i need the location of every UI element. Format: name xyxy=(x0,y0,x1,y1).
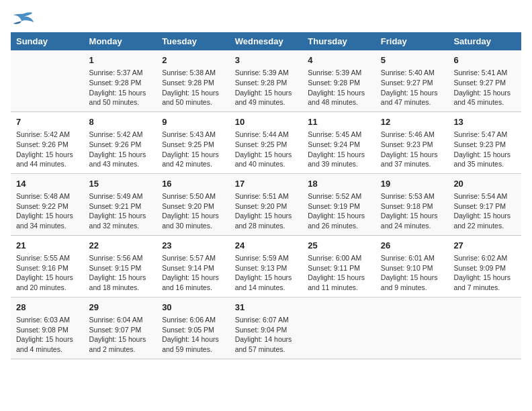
day-number: 17 xyxy=(235,178,298,190)
day-number: 27 xyxy=(453,240,516,252)
day-number: 13 xyxy=(453,116,516,128)
weekday-header-saturday: Saturday xyxy=(448,32,521,50)
calendar-cell: 15Sunrise: 5:49 AM Sunset: 9:21 PM Dayli… xyxy=(84,173,157,235)
day-number: 18 xyxy=(308,178,370,190)
logo-bird-icon xyxy=(11,11,35,25)
day-info: Sunrise: 5:49 AM Sunset: 9:21 PM Dayligh… xyxy=(89,191,152,231)
day-info: Sunrise: 5:52 AM Sunset: 9:19 PM Dayligh… xyxy=(308,191,370,231)
week-row-5: 28Sunrise: 6:03 AM Sunset: 9:08 PM Dayli… xyxy=(11,297,521,359)
calendar-cell: 17Sunrise: 5:51 AM Sunset: 9:20 PM Dayli… xyxy=(230,173,303,235)
calendar-cell: 10Sunrise: 5:44 AM Sunset: 9:25 PM Dayli… xyxy=(230,111,303,173)
calendar-cell: 12Sunrise: 5:46 AM Sunset: 9:23 PM Dayli… xyxy=(375,111,449,173)
calendar-cell: 20Sunrise: 5:54 AM Sunset: 9:17 PM Dayli… xyxy=(448,173,521,235)
day-number: 7 xyxy=(16,116,79,128)
day-number: 14 xyxy=(16,178,79,190)
day-number: 23 xyxy=(162,240,224,252)
day-info: Sunrise: 5:44 AM Sunset: 9:25 PM Dayligh… xyxy=(235,130,298,169)
calendar-cell: 3Sunrise: 5:39 AM Sunset: 9:28 PM Daylig… xyxy=(230,50,303,111)
calendar-cell: 21Sunrise: 5:55 AM Sunset: 9:16 PM Dayli… xyxy=(11,235,84,297)
day-number: 15 xyxy=(89,178,152,190)
day-number: 21 xyxy=(16,240,79,252)
day-number: 19 xyxy=(381,178,443,190)
calendar-cell: 8Sunrise: 5:42 AM Sunset: 9:26 PM Daylig… xyxy=(84,111,157,173)
day-number: 31 xyxy=(235,302,298,314)
calendar-cell: 25Sunrise: 6:00 AM Sunset: 9:11 PM Dayli… xyxy=(302,235,375,297)
calendar-cell: 13Sunrise: 5:47 AM Sunset: 9:23 PM Dayli… xyxy=(448,111,521,173)
calendar-cell xyxy=(448,297,521,359)
day-info: Sunrise: 5:45 AM Sunset: 9:24 PM Dayligh… xyxy=(308,130,370,169)
calendar-cell: 2Sunrise: 5:38 AM Sunset: 9:28 PM Daylig… xyxy=(157,50,230,111)
day-info: Sunrise: 5:50 AM Sunset: 9:20 PM Dayligh… xyxy=(162,191,224,231)
calendar-cell: 24Sunrise: 5:59 AM Sunset: 9:13 PM Dayli… xyxy=(230,235,303,297)
day-number: 12 xyxy=(381,116,443,128)
weekday-header-tuesday: Tuesday xyxy=(157,32,230,50)
day-number: 4 xyxy=(308,54,370,66)
calendar-cell: 4Sunrise: 5:39 AM Sunset: 9:28 PM Daylig… xyxy=(302,50,375,111)
calendar-cell: 18Sunrise: 5:52 AM Sunset: 9:19 PM Dayli… xyxy=(302,173,375,235)
day-info: Sunrise: 5:41 AM Sunset: 9:27 PM Dayligh… xyxy=(453,68,516,107)
day-number: 8 xyxy=(89,116,152,128)
day-info: Sunrise: 5:42 AM Sunset: 9:26 PM Dayligh… xyxy=(89,130,152,169)
day-info: Sunrise: 5:56 AM Sunset: 9:15 PM Dayligh… xyxy=(89,253,152,293)
weekday-header-row: SundayMondayTuesdayWednesdayThursdayFrid… xyxy=(11,32,521,50)
day-info: Sunrise: 6:06 AM Sunset: 9:05 PM Dayligh… xyxy=(162,315,224,355)
day-number: 9 xyxy=(162,116,224,128)
calendar-cell: 29Sunrise: 6:04 AM Sunset: 9:07 PM Dayli… xyxy=(84,297,157,359)
day-info: Sunrise: 5:54 AM Sunset: 9:17 PM Dayligh… xyxy=(453,191,516,231)
day-number: 25 xyxy=(308,240,370,252)
day-info: Sunrise: 6:01 AM Sunset: 9:10 PM Dayligh… xyxy=(381,253,443,293)
day-number: 3 xyxy=(235,54,298,66)
day-number: 11 xyxy=(308,116,370,128)
day-number: 29 xyxy=(89,302,152,314)
day-number: 1 xyxy=(89,54,152,66)
calendar-cell: 6Sunrise: 5:41 AM Sunset: 9:27 PM Daylig… xyxy=(448,50,521,111)
week-row-2: 7Sunrise: 5:42 AM Sunset: 9:26 PM Daylig… xyxy=(11,111,521,173)
day-number: 6 xyxy=(453,54,516,66)
calendar-cell xyxy=(302,297,375,359)
weekday-header-thursday: Thursday xyxy=(302,32,375,50)
calendar-cell: 1Sunrise: 5:37 AM Sunset: 9:28 PM Daylig… xyxy=(84,50,157,111)
calendar-cell: 30Sunrise: 6:06 AM Sunset: 9:05 PM Dayli… xyxy=(157,297,230,359)
day-info: Sunrise: 5:39 AM Sunset: 9:28 PM Dayligh… xyxy=(235,68,298,107)
day-info: Sunrise: 5:38 AM Sunset: 9:28 PM Dayligh… xyxy=(162,68,224,107)
day-info: Sunrise: 5:48 AM Sunset: 9:22 PM Dayligh… xyxy=(16,191,79,231)
calendar-cell: 28Sunrise: 6:03 AM Sunset: 9:08 PM Dayli… xyxy=(11,297,84,359)
weekday-header-sunday: Sunday xyxy=(11,32,84,50)
logo xyxy=(11,11,38,26)
calendar-cell: 5Sunrise: 5:40 AM Sunset: 9:27 PM Daylig… xyxy=(375,50,449,111)
day-info: Sunrise: 5:53 AM Sunset: 9:18 PM Dayligh… xyxy=(381,191,443,231)
day-info: Sunrise: 5:51 AM Sunset: 9:20 PM Dayligh… xyxy=(235,191,298,231)
week-row-1: 1Sunrise: 5:37 AM Sunset: 9:28 PM Daylig… xyxy=(11,50,521,111)
day-number: 20 xyxy=(453,178,516,190)
calendar-cell: 27Sunrise: 6:02 AM Sunset: 9:09 PM Dayli… xyxy=(448,235,521,297)
calendar-cell: 9Sunrise: 5:43 AM Sunset: 9:25 PM Daylig… xyxy=(157,111,230,173)
calendar-cell: 16Sunrise: 5:50 AM Sunset: 9:20 PM Dayli… xyxy=(157,173,230,235)
day-number: 30 xyxy=(162,302,224,314)
day-info: Sunrise: 6:03 AM Sunset: 9:08 PM Dayligh… xyxy=(16,315,79,355)
day-number: 16 xyxy=(162,178,224,190)
day-number: 22 xyxy=(89,240,152,252)
day-info: Sunrise: 5:55 AM Sunset: 9:16 PM Dayligh… xyxy=(16,253,79,293)
day-info: Sunrise: 5:40 AM Sunset: 9:27 PM Dayligh… xyxy=(381,68,443,107)
weekday-header-monday: Monday xyxy=(84,32,157,50)
day-number: 24 xyxy=(235,240,298,252)
weekday-header-friday: Friday xyxy=(375,32,449,50)
day-info: Sunrise: 5:47 AM Sunset: 9:23 PM Dayligh… xyxy=(453,130,516,169)
weekday-header-wednesday: Wednesday xyxy=(230,32,303,50)
calendar-cell: 19Sunrise: 5:53 AM Sunset: 9:18 PM Dayli… xyxy=(375,173,449,235)
week-row-3: 14Sunrise: 5:48 AM Sunset: 9:22 PM Dayli… xyxy=(11,173,521,235)
calendar-cell: 7Sunrise: 5:42 AM Sunset: 9:26 PM Daylig… xyxy=(11,111,84,173)
day-number: 28 xyxy=(16,302,79,314)
calendar-cell: 11Sunrise: 5:45 AM Sunset: 9:24 PM Dayli… xyxy=(302,111,375,173)
day-info: Sunrise: 5:46 AM Sunset: 9:23 PM Dayligh… xyxy=(381,130,443,169)
calendar-cell: 26Sunrise: 6:01 AM Sunset: 9:10 PM Dayli… xyxy=(375,235,449,297)
day-number: 26 xyxy=(381,240,443,252)
day-info: Sunrise: 5:39 AM Sunset: 9:28 PM Dayligh… xyxy=(308,68,370,107)
day-info: Sunrise: 6:00 AM Sunset: 9:11 PM Dayligh… xyxy=(308,253,370,293)
day-info: Sunrise: 6:04 AM Sunset: 9:07 PM Dayligh… xyxy=(89,315,152,355)
week-row-4: 21Sunrise: 5:55 AM Sunset: 9:16 PM Dayli… xyxy=(11,235,521,297)
day-info: Sunrise: 5:43 AM Sunset: 9:25 PM Dayligh… xyxy=(162,130,224,169)
calendar-cell: 14Sunrise: 5:48 AM Sunset: 9:22 PM Dayli… xyxy=(11,173,84,235)
day-number: 5 xyxy=(381,54,443,66)
day-info: Sunrise: 6:07 AM Sunset: 9:04 PM Dayligh… xyxy=(235,315,298,355)
